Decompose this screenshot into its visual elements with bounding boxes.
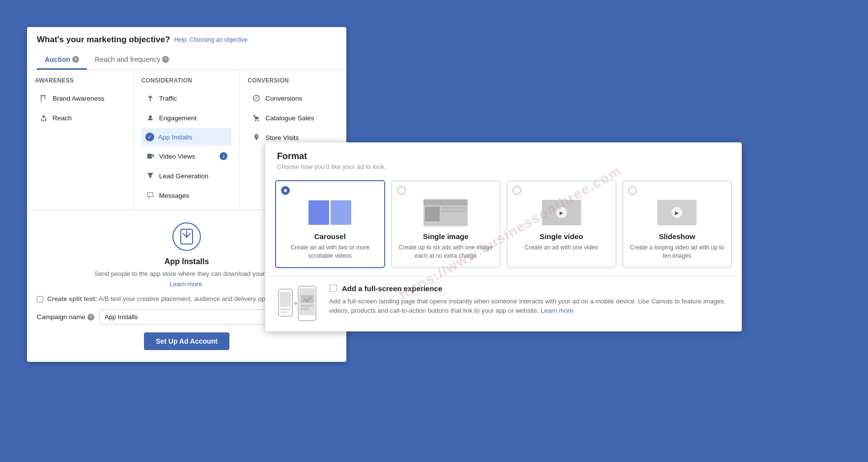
engagement-label: Engagement bbox=[159, 114, 197, 122]
format-title: Format bbox=[277, 151, 730, 162]
si-line-2 bbox=[441, 210, 466, 212]
store-visits-icon bbox=[252, 133, 261, 142]
canvas-learn-more[interactable]: Learn more bbox=[541, 307, 573, 314]
tabs-container: Auction ? Reach and frequency ? bbox=[37, 51, 336, 70]
carousel-preview bbox=[306, 198, 355, 227]
svg-rect-11 bbox=[301, 308, 309, 310]
app-installs-label: App Installs bbox=[158, 134, 193, 141]
card-title-row: What's your marketing objective? Help: C… bbox=[37, 35, 336, 45]
objective-catalogue-sales[interactable]: Catalogue Sales bbox=[248, 109, 338, 127]
app-installs-big-icon bbox=[172, 222, 201, 251]
awareness-header: Awareness bbox=[35, 77, 125, 84]
lead-generation-label: Lead Generation bbox=[159, 172, 209, 180]
objective-brand-awareness[interactable]: Brand Awareness bbox=[35, 89, 125, 108]
format-option-single-image[interactable]: Single image Create up to six ads with o… bbox=[391, 180, 501, 268]
flag-icon bbox=[39, 93, 49, 103]
play-icon: ▶ bbox=[556, 207, 567, 218]
consideration-header: Consideration bbox=[141, 77, 232, 84]
objective-engagement[interactable]: Engagement bbox=[141, 109, 232, 127]
single-video-radio bbox=[512, 186, 521, 195]
carousel-tile-2 bbox=[331, 200, 351, 225]
canvas-desc-text: Add a full-screen landing page that open… bbox=[329, 298, 726, 315]
traffic-label: Traffic bbox=[159, 95, 177, 102]
tab-auction-info: ? bbox=[72, 56, 79, 63]
carousel-name: Carousel bbox=[282, 232, 378, 241]
si-text bbox=[441, 207, 466, 221]
catalogue-sales-label: Catalogue Sales bbox=[265, 114, 314, 122]
tab-auction-label: Auction bbox=[45, 55, 70, 63]
video-views-label: Video Views bbox=[159, 153, 196, 160]
carousel-radio bbox=[281, 186, 290, 195]
objective-lead-generation[interactable]: Lead Generation bbox=[141, 166, 232, 185]
si-img bbox=[425, 207, 440, 221]
tab-reach-info: ? bbox=[162, 56, 169, 63]
si-body bbox=[423, 205, 468, 223]
awareness-column: Awareness Brand Awareness Reach bbox=[27, 70, 134, 210]
canvas-description: Add a full-screen landing page that open… bbox=[329, 297, 732, 316]
objective-conversions[interactable]: Conversions bbox=[248, 89, 338, 108]
single-video-name: Single video bbox=[513, 232, 610, 241]
help-link[interactable]: Help: Choosing an objective bbox=[174, 36, 247, 43]
reach-icon bbox=[39, 113, 49, 123]
setup-ad-account-button[interactable]: Set Up Ad Account bbox=[144, 332, 229, 350]
slideshow-preview: ▶ bbox=[652, 198, 701, 227]
store-visits-label: Store Visits bbox=[265, 134, 299, 141]
selected-learn-more[interactable]: Learn more. bbox=[169, 280, 204, 288]
selected-check-icon: ✓ bbox=[145, 133, 154, 141]
messages-label: Messages bbox=[159, 192, 190, 199]
campaign-label-text: Campaign name bbox=[37, 313, 85, 321]
slideshow-radio bbox=[628, 186, 637, 195]
split-test-checkbox[interactable] bbox=[37, 296, 43, 302]
svg-rect-4 bbox=[280, 292, 291, 307]
campaign-label: Campaign name ? bbox=[37, 313, 94, 321]
format-subtitle: Choose how you'd like your ad to look. bbox=[277, 163, 730, 170]
tab-reach-frequency[interactable]: Reach and frequency ? bbox=[87, 51, 177, 70]
tab-reach-label: Reach and frequency bbox=[95, 55, 160, 63]
messages-icon bbox=[145, 190, 155, 200]
video-icon bbox=[145, 151, 155, 161]
brand-awareness-label: Brand Awareness bbox=[53, 95, 105, 102]
canvas-section: Add a full-screen experience Add a full-… bbox=[265, 276, 742, 331]
engagement-icon bbox=[145, 113, 155, 123]
canvas-checkbox[interactable] bbox=[329, 284, 337, 292]
consideration-column: Consideration Traffic Engagement ✓ App I… bbox=[134, 70, 240, 210]
card-title: What's your marketing objective? bbox=[37, 35, 170, 45]
svg-rect-6 bbox=[280, 311, 287, 313]
format-option-single-video[interactable]: ▶ Single video Create an ad with one vid… bbox=[506, 180, 616, 268]
single-image-radio bbox=[397, 186, 406, 195]
svg-rect-5 bbox=[280, 308, 291, 310]
carousel-tile-1 bbox=[308, 200, 329, 225]
single-image-desc: Create up to six ads with one image each… bbox=[398, 244, 494, 260]
si-header bbox=[423, 199, 468, 205]
lead-gen-icon bbox=[145, 171, 155, 181]
objective-video-views[interactable]: Video Views i bbox=[141, 147, 232, 165]
format-option-slideshow[interactable]: ▶ Slideshow Create a looping video ad wi… bbox=[622, 180, 732, 268]
conversions-label: Conversions bbox=[265, 95, 302, 102]
single-image-name: Single image bbox=[398, 232, 494, 241]
card-header: What's your marketing objective? Help: C… bbox=[27, 27, 346, 70]
objective-app-installs[interactable]: ✓ App Installs bbox=[141, 128, 232, 146]
split-test-label: Create split test: bbox=[47, 295, 97, 302]
right-card: Format Choose how you'd like your ad to … bbox=[265, 142, 742, 331]
canvas-header-row: Add a full-screen experience bbox=[329, 284, 732, 293]
svg-rect-10 bbox=[301, 305, 313, 307]
tab-auction[interactable]: Auction ? bbox=[37, 51, 87, 70]
video-views-info-icon: i bbox=[220, 152, 227, 160]
si-line-1 bbox=[441, 207, 466, 209]
single-image-preview bbox=[421, 198, 470, 227]
format-options: Carousel Create an ad with two or more s… bbox=[265, 176, 742, 276]
canvas-illustration bbox=[275, 284, 319, 324]
format-header: Format Choose how you'd like your ad to … bbox=[265, 142, 742, 176]
reach-label: Reach bbox=[53, 114, 72, 122]
traffic-icon bbox=[145, 93, 155, 103]
slideshow-name: Slideshow bbox=[629, 232, 726, 241]
format-option-carousel[interactable]: Carousel Create an ad with two or more s… bbox=[275, 180, 385, 268]
single-video-preview: ▶ bbox=[537, 198, 586, 227]
canvas-title: Add a full-screen experience bbox=[342, 284, 442, 293]
conversion-header: Conversion bbox=[248, 77, 338, 84]
objective-traffic[interactable]: Traffic bbox=[141, 89, 232, 108]
objective-reach[interactable]: Reach bbox=[35, 109, 125, 127]
catalogue-icon bbox=[252, 113, 261, 123]
objective-messages[interactable]: Messages bbox=[141, 186, 232, 205]
slideshow-desc: Create a looping video ad with up to ten… bbox=[629, 244, 726, 260]
